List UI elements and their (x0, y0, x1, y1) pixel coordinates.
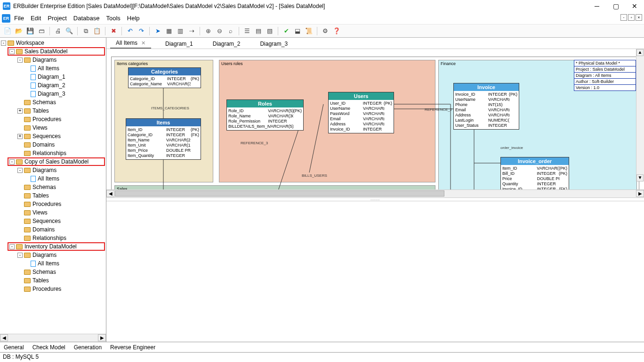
rel-reference-3: REFERENCE_3 (241, 141, 268, 145)
tree-hscroll[interactable]: ◀▶ (0, 334, 106, 342)
redo-icon[interactable]: ↷ (137, 26, 146, 36)
check-icon[interactable]: ✔ (282, 26, 291, 36)
save-icon[interactable]: 💾 (25, 26, 35, 36)
model-icon (16, 49, 23, 54)
tree-copy-model[interactable]: Copy of Sales DataModel (24, 158, 89, 165)
zoomout-icon[interactable]: ⊖ (215, 26, 224, 36)
status-tab-reverse[interactable]: Reverse Engineer (110, 344, 155, 351)
undo-icon[interactable]: ↶ (125, 26, 135, 36)
output-panel (106, 201, 644, 342)
tree-workspace[interactable]: Workspace (16, 40, 44, 46)
region-sales: Sales (114, 185, 435, 189)
zoomin-icon[interactable]: ⊕ (203, 26, 213, 36)
diagram-tabs: All Items✕ Diagram_1 Diagram_2 Diagram_3 (106, 38, 644, 49)
tree-inventory-model[interactable]: Inventory DataModel (24, 243, 77, 250)
delete-icon[interactable]: ✖ (109, 26, 118, 36)
table-icon[interactable]: ▦ (164, 26, 174, 36)
menu-tools[interactable]: Tools (106, 15, 120, 22)
rel-items-categories: ITEMS_CATEGORIES (151, 106, 189, 110)
zoomfit-icon[interactable]: ⌕ (226, 26, 235, 36)
tree-all-items[interactable]: All Items (38, 65, 59, 72)
tree-sequences[interactable]: Sequences (32, 133, 61, 140)
tab-all-items[interactable]: All Items✕ (110, 38, 151, 49)
layout2-icon[interactable]: ▧ (265, 26, 274, 36)
menu-project[interactable]: Project (48, 15, 66, 22)
rel-reference-2: REFERENCE_2 (425, 107, 452, 112)
tree-tables[interactable]: Tables (32, 107, 49, 114)
tab-close-icon[interactable]: ✕ (141, 40, 145, 46)
status-tabs: General Check Model Generation Reverse E… (0, 342, 644, 352)
tree-domains[interactable]: Domains (32, 141, 55, 148)
preview-icon[interactable]: 🔍 (64, 26, 74, 36)
menu-database[interactable]: Database (73, 15, 100, 22)
tab-diagram-3[interactable]: Diagram_3 (254, 39, 293, 49)
app-icon-small: ER (2, 14, 10, 23)
copy-icon[interactable]: ⧉ (81, 26, 90, 36)
layout1-icon[interactable]: ▤ (254, 26, 263, 36)
relation-icon[interactable]: ⇢ (187, 26, 196, 36)
window-title: ERBuilder Enterprise Edition [Sales Data… (13, 3, 325, 9)
gen-icon[interactable]: ⬓ (293, 26, 302, 36)
title-bar: ER ERBuilder Enterprise Edition [Sales D… (0, 0, 644, 12)
entity-invoice[interactable]: InvoiceInvoice_IDINTEGER(PK)UserNameVARC… (453, 83, 519, 130)
paste-icon[interactable]: 📋 (92, 26, 102, 36)
tree-sales-model[interactable]: Sales DataModel (24, 48, 67, 55)
menu-help[interactable]: Help (127, 15, 140, 22)
entity-categories[interactable]: CategoriesCategorie_IDINTEGER(PK)Categor… (128, 67, 201, 88)
open-icon[interactable]: 📂 (14, 26, 24, 36)
status-bar: DB : MySQL 5 (0, 352, 644, 362)
app-icon: ER (3, 2, 10, 10)
canvas-hscroll[interactable]: ◀ ▶ (106, 189, 644, 197)
entity-items[interactable]: ItemsItem_IDINTEGER(PK)Categorie_IDINTEG… (126, 118, 201, 160)
rel-order-invoice: order_invoice (500, 146, 523, 150)
entity-roles[interactable]: RolesRole_IDVARCHAR(5)(PK)Role_NameVARCH… (226, 99, 304, 131)
pointer-icon[interactable]: ➤ (153, 26, 162, 36)
entity-invoice-order[interactable]: Invoice_orderItem_IDVARCHAR(5)(PK)Bill_I… (500, 157, 569, 189)
tree-procedures[interactable]: Procedures (32, 116, 61, 123)
mdi-close[interactable]: × (636, 14, 642, 21)
splitter[interactable]: ┄┄┄┄┄ (106, 197, 644, 201)
tree-relationships[interactable]: Relationships (32, 150, 66, 156)
mdi-minimize[interactable]: - (620, 14, 627, 21)
tab-diagram-1[interactable]: Diagram_1 (160, 39, 199, 49)
tree-diagrams[interactable]: Diagrams (32, 57, 56, 63)
status-tab-check[interactable]: Check Model (32, 344, 65, 351)
view-icon[interactable]: ▥ (176, 26, 185, 36)
entity-users[interactable]: UsersUser_IDINTEGER(PK)UserNameVARCHAR(5… (328, 92, 394, 133)
menu-bar: ER File Edit Project Database Tools Help… (0, 12, 644, 25)
diagram-canvas[interactable]: Items categories Users roles Sales Finan… (111, 57, 639, 189)
tree-panel: -Workspace -Sales DataModel -Diagrams Al… (0, 38, 106, 342)
status-tab-generation[interactable]: Generation (74, 344, 102, 351)
expand-icon[interactable]: - (1, 41, 6, 46)
help-icon[interactable]: ❓ (332, 26, 341, 36)
folder-icon (8, 41, 14, 46)
rel-bills-users: BILLS_USERS (302, 173, 327, 178)
tree-diagram-2[interactable]: Diagram_2 (38, 82, 65, 89)
settings-icon[interactable]: ⚙ (321, 26, 330, 36)
tree-schemas[interactable]: Schemas (32, 99, 56, 106)
menu-edit[interactable]: Edit (31, 15, 41, 22)
print-icon[interactable]: 🖨 (53, 26, 63, 36)
tree-views[interactable]: Views (32, 124, 48, 131)
status-tab-general[interactable]: General (4, 344, 24, 351)
mdi-restore[interactable]: ▫ (628, 14, 635, 21)
info-box: * Physical Data Model *Project : Sales D… (574, 60, 636, 91)
tree-diagram-3[interactable]: Diagram_3 (38, 90, 65, 97)
maximize-button[interactable]: ▢ (606, 0, 625, 12)
script-icon[interactable]: 📜 (304, 26, 314, 36)
toolbar: 📄 📂 💾 🗃 🖨 🔍 ⧉ 📋 ✖ ↶ ↷ ➤ ▦ ▥ ⇢ ⊕ ⊖ ⌕ ☰ ▤ … (0, 25, 644, 38)
minimize-button[interactable]: ─ (588, 0, 606, 12)
tab-diagram-2[interactable]: Diagram_2 (207, 39, 246, 49)
menu-file[interactable]: File (14, 15, 24, 22)
canvas-vscroll[interactable]: ▲ ▼ (636, 49, 644, 181)
align-icon[interactable]: ☰ (242, 26, 252, 36)
saveall-icon[interactable]: 🗃 (37, 26, 46, 36)
tree-diagram-1[interactable]: Diagram_1 (38, 74, 65, 80)
close-button[interactable]: ✕ (625, 0, 644, 12)
new-icon[interactable]: 📄 (3, 26, 12, 36)
